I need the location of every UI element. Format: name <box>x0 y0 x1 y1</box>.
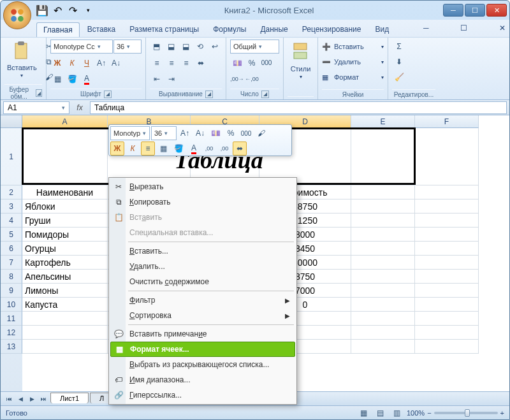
clear-icon[interactable]: 🧹 <box>392 70 406 84</box>
view-normal-icon[interactable]: ▦ <box>357 406 371 420</box>
increase-indent-icon[interactable]: ⇥ <box>164 72 178 86</box>
mini-grow-icon[interactable]: A↑ <box>178 126 192 140</box>
menu-item[interactable]: Сортировка▶ <box>110 308 295 323</box>
font-color-icon[interactable]: A <box>80 72 94 86</box>
menu-item[interactable]: Удалить... <box>110 259 295 274</box>
cell[interactable] <box>415 228 479 242</box>
cell[interactable] <box>415 185 479 199</box>
ribbon-tab[interactable]: Вид <box>368 22 395 37</box>
zoom-out-icon[interactable]: − <box>427 409 431 417</box>
cell[interactable] <box>351 326 415 340</box>
cell[interactable] <box>415 199 479 214</box>
menu-item[interactable]: 💬Вставить примечание <box>110 326 295 342</box>
ribbon-tab[interactable]: Формулы <box>207 22 252 37</box>
cell[interactable] <box>22 312 108 326</box>
dialog-launcher-icon[interactable]: ◢ <box>261 91 269 98</box>
align-middle-icon[interactable]: ⬓ <box>164 40 178 54</box>
ribbon-tab[interactable]: Рецензирование <box>296 22 368 37</box>
menu-item[interactable]: Фильтр▶ <box>110 293 295 308</box>
fill-icon[interactable]: ⬇ <box>392 55 406 69</box>
align-top-icon[interactable]: ⬒ <box>150 40 164 54</box>
zoom-in-icon[interactable]: + <box>500 409 504 417</box>
mdi-restore-button[interactable]: ☐ <box>456 22 471 37</box>
cell[interactable] <box>351 242 415 256</box>
cell[interactable] <box>351 185 415 199</box>
menu-item[interactable]: Вставить... <box>110 243 295 259</box>
cell[interactable] <box>415 256 479 270</box>
menu-item[interactable]: 🔗Гиперссылка... <box>110 387 295 403</box>
cell[interactable] <box>415 270 479 284</box>
styles-button[interactable]: Стили▾ <box>288 40 314 81</box>
row-header[interactable]: 13 <box>1 340 22 354</box>
grow-font-icon[interactable]: A↑ <box>94 56 108 70</box>
format-cells-button[interactable]: ▦Формат▾ <box>322 70 384 84</box>
cell[interactable]: Наименовани <box>22 185 108 199</box>
cell[interactable]: Яблоки <box>22 199 108 214</box>
zoom-slider[interactable] <box>434 412 498 414</box>
row-header[interactable]: 5 <box>1 228 22 242</box>
maximize-button[interactable]: ☐ <box>465 4 485 17</box>
mini-shrink-icon[interactable]: A↓ <box>193 126 207 140</box>
row-header[interactable]: 9 <box>1 284 22 298</box>
cell[interactable] <box>415 128 479 185</box>
dialog-launcher-icon[interactable]: ◢ <box>104 91 112 98</box>
merge-icon[interactable]: ⬌ <box>194 56 208 70</box>
formula-input[interactable]: Таблица <box>90 101 507 114</box>
sheet-tab[interactable]: Лист1 <box>50 393 89 403</box>
mdi-close-button[interactable]: ✕ <box>495 22 509 37</box>
menu-item[interactable]: Выбрать из раскрывающегося списка... <box>110 357 295 372</box>
row-header[interactable]: 2 <box>1 185 22 199</box>
underline-button[interactable]: Ч <box>80 56 94 70</box>
ribbon-tab[interactable]: Вставка <box>81 22 122 37</box>
comma-icon[interactable]: 000 <box>259 56 273 70</box>
redo-icon[interactable]: ↷ <box>66 3 80 17</box>
insert-cells-button[interactable]: ➕Вставить▾ <box>322 40 384 54</box>
cell[interactable] <box>351 270 415 284</box>
qat-dropdown-icon[interactable]: ▾ <box>81 3 95 17</box>
mini-bold-button[interactable]: Ж <box>110 141 124 156</box>
cell[interactable] <box>415 242 479 256</box>
cell[interactable] <box>415 326 479 340</box>
mini-italic-button[interactable]: К <box>126 141 140 156</box>
cell[interactable]: Капуста <box>22 298 108 312</box>
cell[interactable]: Груши <box>22 214 108 228</box>
wrap-text-icon[interactable]: ↩ <box>208 40 222 54</box>
cell[interactable] <box>351 340 415 354</box>
cell[interactable] <box>415 298 479 312</box>
cell[interactable] <box>351 214 415 228</box>
italic-button[interactable]: К <box>65 56 79 70</box>
row-header[interactable]: 6 <box>1 242 22 256</box>
ribbon-tab[interactable]: Разметка страницы <box>123 22 205 37</box>
cell[interactable]: Лимоны <box>22 284 108 298</box>
cell[interactable] <box>351 256 415 270</box>
decrease-indent-icon[interactable]: ⇤ <box>150 72 164 86</box>
mini-size-combo[interactable]: 36▾ <box>151 126 177 140</box>
autosum-icon[interactable]: Σ <box>392 40 406 54</box>
paste-button[interactable]: Вставить ▾ <box>4 40 40 84</box>
column-header[interactable]: F <box>415 115 479 128</box>
row-header[interactable]: 1 <box>1 128 22 185</box>
cell[interactable] <box>351 228 415 242</box>
mini-color-icon[interactable]: A <box>187 141 201 156</box>
cell[interactable] <box>415 312 479 326</box>
align-center-icon[interactable]: ≡ <box>164 56 178 70</box>
nav-next-icon[interactable]: ▶ <box>26 394 38 404</box>
bold-button[interactable]: Ж <box>50 56 64 70</box>
row-header[interactable]: 11 <box>1 312 22 326</box>
ribbon-tab[interactable]: Данные <box>254 22 294 37</box>
decrease-decimal-icon[interactable]: ←,00 <box>245 72 259 86</box>
menu-item[interactable]: ✂Вырезать <box>110 179 295 194</box>
column-header[interactable]: A <box>22 115 108 128</box>
cell[interactable] <box>22 326 108 340</box>
menu-item[interactable]: ⧉Копировать <box>110 194 295 210</box>
font-name-combo[interactable]: Monotype Cc▾ <box>50 40 113 54</box>
currency-icon[interactable]: 💷 <box>230 56 244 70</box>
row-header[interactable]: 7 <box>1 256 22 270</box>
mini-percent-icon[interactable]: % <box>224 126 238 140</box>
nav-first-icon[interactable]: ⏮ <box>3 394 15 404</box>
row-header[interactable]: 10 <box>1 298 22 312</box>
name-box[interactable]: A1▾ <box>3 101 69 114</box>
delete-cells-button[interactable]: ➖Удалить▾ <box>322 55 384 69</box>
cell[interactable] <box>22 340 108 354</box>
save-icon[interactable]: 💾 <box>35 3 49 17</box>
